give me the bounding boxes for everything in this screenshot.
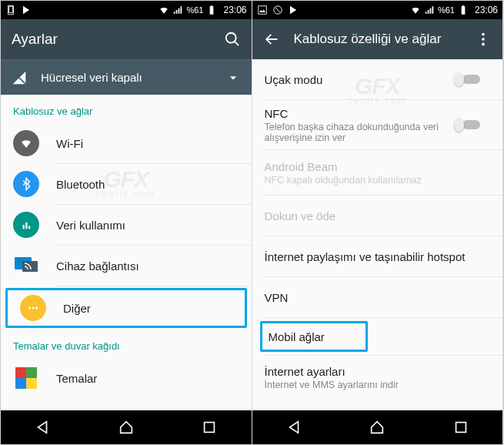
status-bar: %61 23:06 (252, 1, 503, 19)
row-label: Cihaz bağlantısı (56, 259, 239, 273)
row-sublabel: NFC kapalı olduğundan kullanılamaz (265, 175, 491, 186)
svg-rect-10 (15, 378, 26, 389)
row-label: Bluetooth (56, 178, 239, 191)
row-sublabel: Telefon başka cihaza dokunduğunda veri a… (265, 122, 446, 143)
row-mobile-networks[interactable]: Mobil ağlar (260, 321, 368, 352)
row-nfc[interactable]: NFC Telefon başka cihaza dokunduğunda ve… (252, 100, 503, 149)
svg-rect-8 (15, 367, 26, 378)
themes-icon (14, 366, 38, 390)
nav-bar (252, 410, 503, 444)
svg-point-17 (482, 43, 485, 46)
svg-rect-13 (258, 6, 266, 15)
nav-bar (1, 410, 252, 444)
row-airplane-mode[interactable]: Uçak modu (252, 59, 503, 99)
row-tap-pay: Dokun ve öde (252, 196, 503, 236)
signal-icon (424, 5, 435, 15)
row-more[interactable]: Diğer (5, 288, 247, 328)
row-wifi[interactable]: Wi-Fi (1, 123, 252, 163)
data-usage-icon (19, 218, 33, 232)
nfc-toggle[interactable] (462, 118, 490, 132)
svg-point-15 (482, 33, 485, 36)
status-time: 23:06 (223, 5, 246, 15)
svg-rect-2 (28, 226, 30, 229)
phone-icon (5, 5, 16, 15)
svg-rect-1 (25, 222, 27, 229)
appbar: Kablosuz özelliği ve ağlar (252, 19, 503, 59)
bluetooth-icon (19, 177, 33, 191)
svg-rect-9 (26, 367, 37, 378)
nav-back-icon[interactable] (285, 419, 302, 436)
cellular-off-icon (12, 70, 27, 85)
row-label: Temalar (56, 372, 239, 385)
row-device-connection[interactable]: Cihaz bağlantısı (1, 246, 252, 286)
svg-rect-11 (26, 378, 37, 389)
screen-wireless-networks: %61 23:06 Kablosuz özelliği ve ağlar GFX… (252, 1, 504, 444)
nav-recent-icon[interactable] (452, 419, 469, 436)
row-label: Veri kullanımı (56, 219, 239, 232)
row-data-usage[interactable]: Veri kullanımı (1, 205, 252, 245)
image-icon (257, 5, 268, 15)
svg-rect-0 (23, 225, 25, 229)
svg-point-5 (28, 307, 31, 309)
row-label: İnternet ayarları (265, 365, 491, 378)
nav-back-icon[interactable] (34, 419, 51, 436)
appbar-title: Ayarlar (12, 31, 210, 48)
search-icon[interactable] (224, 31, 241, 48)
battery-percent: %61 (438, 5, 455, 15)
settings-list: GFX ceofix.com Kablosuz ve ağlar Wi-Fi B… (1, 95, 252, 410)
row-label: Wi-Fi (56, 137, 239, 150)
row-label: Uçak modu (265, 73, 446, 86)
screen-settings-main: %61 23:06 Ayarlar Hücresel veri kapalı G… (1, 1, 252, 444)
row-label: Dokun ve öde (265, 209, 491, 222)
back-arrow-icon[interactable] (263, 31, 280, 48)
svg-rect-18 (456, 423, 466, 433)
svg-point-6 (32, 307, 35, 309)
battery-percent: %61 (186, 5, 203, 15)
signal-icon (172, 5, 183, 15)
cast-icon (14, 256, 38, 275)
nav-home-icon[interactable] (118, 419, 135, 436)
wifi-status-icon (159, 5, 169, 15)
row-internet-settings[interactable]: İnternet ayarları İnternet ve MMS ayarla… (252, 356, 503, 399)
appbar-title: Kablosuz özelliği ve ağlar (294, 32, 462, 47)
row-bluetooth[interactable]: Bluetooth (1, 164, 252, 204)
section-wireless: Kablosuz ve ağlar (1, 95, 252, 123)
overflow-menu-icon[interactable] (475, 31, 492, 48)
wifi-icon (19, 136, 33, 150)
wireless-list: GFX ceofix.com Uçak modu NFC Telefon baş… (252, 59, 503, 410)
appbar: Ayarlar (1, 19, 252, 59)
row-vpn[interactable]: VPN (252, 277, 503, 317)
wifi-status-icon (410, 5, 421, 15)
play-icon (288, 5, 299, 15)
row-android-beam: Android Beam NFC kapalı olduğundan kulla… (252, 150, 503, 195)
row-label: VPN (265, 291, 491, 304)
cellular-data-banner[interactable]: Hücresel veri kapalı (1, 59, 252, 95)
nav-home-icon[interactable] (369, 419, 386, 436)
nav-recent-icon[interactable] (201, 419, 218, 436)
section-themes: Temalar ve duvar kağıdı (1, 330, 252, 358)
chevron-down-icon (225, 70, 241, 85)
status-time: 23:06 (475, 5, 498, 15)
more-icon (26, 301, 40, 315)
row-themes[interactable]: Temalar (1, 358, 252, 398)
status-bar: %61 23:06 (1, 1, 252, 19)
row-sublabel: İnternet ve MMS ayarlarını indir (265, 380, 491, 390)
row-label: Android Beam (265, 160, 491, 173)
battery-icon (206, 5, 217, 15)
row-label: NFC (265, 107, 446, 120)
blocked-icon (272, 5, 283, 15)
cellular-banner-title: Hücresel veri kapalı (41, 71, 212, 84)
row-label: İnternet paylaşımı ve taşınabilir hotspo… (265, 250, 491, 263)
svg-point-7 (35, 307, 38, 309)
svg-rect-12 (205, 423, 215, 433)
airplane-toggle[interactable] (462, 72, 490, 86)
row-label: Mobil ağlar (269, 330, 359, 343)
battery-icon (458, 5, 469, 15)
play-icon (21, 5, 32, 15)
row-label: Diğer (63, 302, 232, 315)
svg-point-16 (482, 38, 485, 41)
row-hotspot[interactable]: İnternet paylaşımı ve taşınabilir hotspo… (252, 236, 503, 276)
